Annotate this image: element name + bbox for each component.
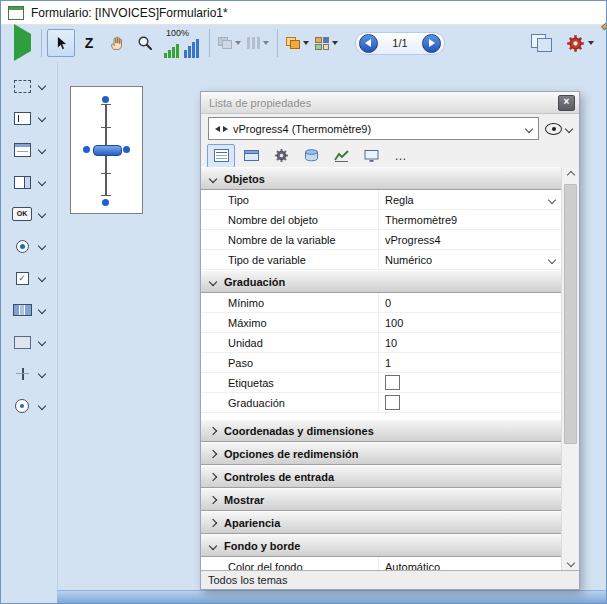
chevron-right-icon xyxy=(209,472,217,480)
property-value[interactable]: Numérico xyxy=(378,250,562,269)
tab-action[interactable] xyxy=(267,144,295,168)
window-titlebar[interactable]: Formulario: [INVOICES]Formulario1* xyxy=(1,1,606,25)
slider-handle[interactable] xyxy=(93,145,122,156)
property-value[interactable]: vProgress4 xyxy=(378,230,562,249)
tab-data-source[interactable] xyxy=(297,144,325,168)
property-value[interactable]: Automático xyxy=(378,557,562,571)
chevron-down-icon[interactable] xyxy=(38,146,46,154)
chevron-down-icon[interactable] xyxy=(38,114,46,122)
tool-button-bar[interactable] xyxy=(9,298,57,322)
theme-tabs: … xyxy=(201,143,579,169)
selection-handle[interactable] xyxy=(83,146,90,153)
display-options-button[interactable] xyxy=(545,123,572,135)
chevron-down-icon xyxy=(209,174,217,182)
chevron-down-icon xyxy=(209,541,217,549)
property-row: Nombre del objetoThermomètre9 xyxy=(201,210,562,230)
form-pages-button[interactable] xyxy=(531,34,554,53)
chevron-down-icon[interactable] xyxy=(548,195,556,203)
section-header-objetos[interactable]: Objetos xyxy=(201,167,562,190)
section-header-graduacion[interactable]: Graduación xyxy=(201,270,562,293)
section-header-controles[interactable]: Controles de entrada xyxy=(201,465,562,488)
prev-object-arrow-icon[interactable] xyxy=(215,126,220,132)
run-form-button[interactable] xyxy=(9,34,36,52)
next-object-arrow-icon[interactable] xyxy=(223,126,228,132)
chevron-down-icon[interactable] xyxy=(38,210,46,218)
tool-marquee[interactable] xyxy=(9,74,57,98)
pointer-tool-button[interactable] xyxy=(47,29,75,57)
scroll-down-button[interactable] xyxy=(562,555,579,571)
panel-titlebar[interactable]: Lista de propiedades × xyxy=(201,92,579,114)
property-value[interactable]: 10 xyxy=(378,333,562,352)
next-page-button[interactable] xyxy=(422,34,441,53)
duplicate-grid-dropdown-button[interactable] xyxy=(312,35,341,52)
canvas-horizontal-scrollbar[interactable] xyxy=(57,590,606,603)
zoom-bars-small[interactable] xyxy=(164,44,179,58)
tab-display[interactable] xyxy=(357,144,385,168)
hand-icon xyxy=(109,35,125,51)
property-value[interactable]: Thermomètre9 xyxy=(378,210,562,229)
chevron-down-icon[interactable] xyxy=(38,402,46,410)
scrollbar-thumb[interactable] xyxy=(564,184,577,444)
zorder-tool-button[interactable]: Z xyxy=(75,29,103,57)
chevron-down-icon xyxy=(235,41,241,45)
property-value-text: 1 xyxy=(385,357,391,369)
checkbox[interactable] xyxy=(385,395,400,410)
property-value[interactable]: 1 xyxy=(378,353,562,372)
align-dropdown-button[interactable] xyxy=(215,35,244,51)
chevron-down-icon[interactable] xyxy=(38,306,46,314)
scroll-up-button[interactable] xyxy=(562,167,579,183)
chevron-down-icon[interactable] xyxy=(38,370,46,378)
section-header-apariencia[interactable]: Apariencia xyxy=(201,511,562,534)
checkbox[interactable] xyxy=(385,375,400,390)
property-label: Tipo xyxy=(201,194,378,206)
zoom-bars-large[interactable] xyxy=(184,39,199,58)
tool-radio-button[interactable] xyxy=(9,234,57,258)
section-header-mostrar[interactable]: Mostrar xyxy=(201,488,562,511)
chevron-down-icon[interactable] xyxy=(38,242,46,250)
object-selector-combobox[interactable]: vProgress4 (Thermomètre9) xyxy=(208,117,539,140)
tool-text-input[interactable] xyxy=(9,106,57,130)
chevron-down-icon[interactable] xyxy=(38,338,46,346)
property-value[interactable]: 100 xyxy=(378,313,562,332)
section-title: Controles de entrada xyxy=(224,471,334,483)
chevron-down-icon[interactable] xyxy=(548,255,556,263)
chevron-down-icon[interactable] xyxy=(38,82,46,90)
tab-property-list[interactable] xyxy=(207,144,235,168)
tool-indicator[interactable] xyxy=(9,394,57,418)
prev-page-button[interactable] xyxy=(359,34,378,53)
chevron-down-icon[interactable] xyxy=(38,178,46,186)
panel-vertical-scrollbar[interactable] xyxy=(561,167,579,571)
property-value[interactable]: 0 xyxy=(378,293,562,312)
selection-handle[interactable] xyxy=(102,199,109,206)
tool-combobox[interactable] xyxy=(9,170,57,194)
close-button[interactable]: × xyxy=(558,95,575,111)
level-dropdown-button[interactable] xyxy=(283,35,312,51)
grid-cell xyxy=(315,44,322,50)
tool-rectangle[interactable] xyxy=(9,330,57,354)
tool-listbox[interactable] xyxy=(9,138,57,162)
form-page[interactable] xyxy=(70,86,143,214)
tool-checkbox[interactable]: ✓ xyxy=(9,266,57,290)
tool-splitter[interactable] xyxy=(9,362,57,386)
selection-handle[interactable] xyxy=(123,146,130,153)
property-value-text: Thermomètre9 xyxy=(385,214,457,226)
slider-tick xyxy=(101,104,111,105)
zoom-bar xyxy=(196,39,199,58)
section-header-fondo-borde[interactable]: Fondo y borde xyxy=(201,534,562,557)
tool-button[interactable]: OK xyxy=(9,202,57,226)
hand-tool-button[interactable] xyxy=(103,29,131,57)
zoom-tool-button[interactable] xyxy=(131,29,159,57)
distribute-dropdown-button[interactable] xyxy=(244,35,272,51)
settings-gear-button[interactable] xyxy=(566,34,594,53)
chevron-down-icon[interactable] xyxy=(525,124,533,132)
tab-more[interactable]: … xyxy=(387,144,415,168)
tab-form[interactable] xyxy=(237,144,265,168)
chevron-down-icon[interactable] xyxy=(38,274,46,282)
object-nav-arrows[interactable] xyxy=(215,126,228,132)
chevron-down-icon xyxy=(566,559,574,567)
section-header-redimension[interactable]: Opciones de redimensión xyxy=(201,442,562,465)
tab-chart[interactable] xyxy=(327,144,355,168)
property-value[interactable]: Regla xyxy=(378,190,562,209)
section-header-coordenadas[interactable]: Coordenadas y dimensiones xyxy=(201,419,562,442)
selection-handle[interactable] xyxy=(102,96,109,103)
